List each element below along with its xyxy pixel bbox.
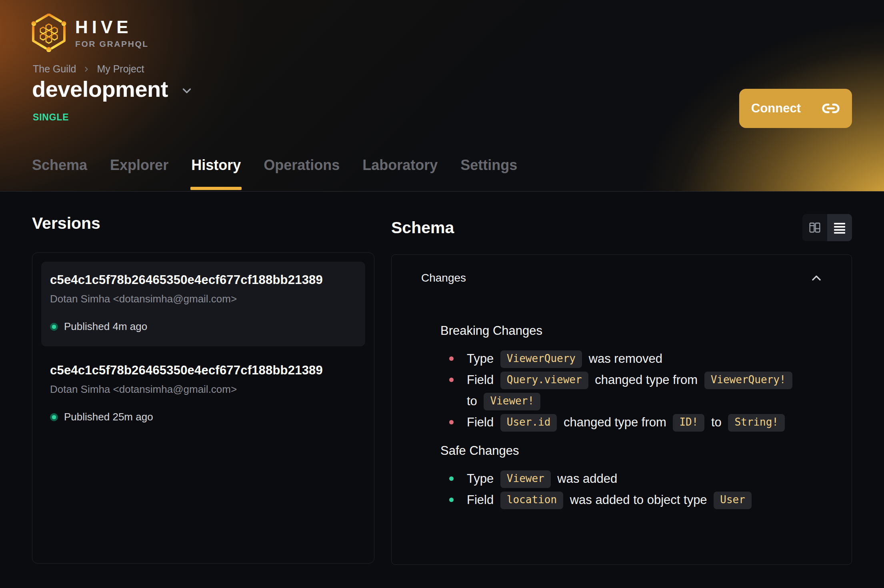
safe-change-list: Type Viewer was addedField location was … (440, 468, 820, 510)
list-view-button[interactable] (827, 214, 852, 241)
list-lines-icon (834, 222, 846, 234)
breadcrumb-project[interactable]: My Project (97, 63, 144, 75)
version-status-text: Published 25m ago (64, 411, 153, 423)
bullet-dot (449, 356, 454, 361)
tab-history[interactable]: History (191, 156, 241, 191)
connect-button-label: Connect (751, 101, 801, 116)
tabs: SchemaExplorerHistoryOperationsLaborator… (32, 156, 517, 191)
version-author: Dotan Simha <dotansimha@gmail.com> (50, 383, 356, 396)
version-status-text: Published 4m ago (64, 320, 147, 333)
versions-heading: Versions (32, 214, 374, 232)
schema-panel: Schema (391, 214, 852, 565)
changes-body: Breaking ChangesType ViewerQuery was rem… (421, 323, 824, 510)
versions-panel: Versions c5e4c1c5f78b26465350e4ecf677cf1… (32, 214, 374, 565)
change-text: changed type from (560, 415, 670, 429)
site-header: HIVE FOR GRAPHQL The Guild My Project de… (0, 0, 884, 192)
chevron-right-icon (82, 65, 90, 73)
change-item: Field User.id changed type from ID! to S… (440, 412, 820, 433)
breadcrumb-organization[interactable]: The Guild (33, 63, 76, 75)
code-chip: String! (728, 414, 785, 432)
connect-button[interactable]: Connect (739, 89, 852, 128)
change-section-title: Breaking Changes (440, 323, 820, 338)
change-text: was added to object type (566, 493, 710, 507)
brand-text: HIVE FOR GRAPHQL (75, 14, 149, 49)
change-text: was removed (585, 352, 662, 366)
target-mode-badge: SINGLE (33, 112, 69, 123)
hive-logo[interactable]: HIVE FOR GRAPHQL (31, 14, 149, 52)
schema-panel-head: Schema (391, 214, 852, 241)
brand-name: HIVE (75, 18, 149, 36)
change-text: to (708, 415, 725, 429)
changes-header[interactable]: Changes (421, 271, 824, 285)
code-chip: Viewer (500, 470, 551, 488)
target-title-row: development (32, 77, 194, 102)
versions-list: c5e4c1c5f78b26465350e4ecf677cf188bb21389… (32, 252, 374, 564)
chevron-up-icon (809, 271, 824, 285)
code-chip: location (500, 492, 563, 509)
code-chip: Query.viewer (500, 372, 588, 389)
tab-laboratory[interactable]: Laboratory (362, 156, 438, 191)
bullet-dot (449, 420, 454, 424)
target-selector-button[interactable] (180, 84, 194, 98)
change-text: Type (467, 472, 497, 486)
change-text: was added (554, 472, 618, 486)
change-item: Type ViewerQuery was removed (440, 348, 820, 369)
change-text: to (467, 394, 480, 408)
tab-settings[interactable]: Settings (460, 156, 517, 191)
schema-heading: Schema (391, 218, 454, 237)
code-chip: User.id (500, 414, 557, 432)
change-text: Field (467, 373, 497, 387)
link-icon (822, 99, 840, 118)
chevron-down-icon (180, 84, 194, 98)
version-hash: c5e4c1c5f78b26465350e4ecf677cf188bb21389 (50, 363, 356, 378)
change-item: Type Viewer was added (440, 468, 820, 489)
version-item[interactable]: c5e4c1c5f78b26465350e4ecf677cf188bb21389… (41, 262, 365, 346)
change-section-title: Safe Changes (440, 443, 820, 458)
collapse-changes-button[interactable] (809, 271, 824, 285)
page-title: development (32, 77, 168, 102)
split-view-button[interactable] (802, 214, 827, 241)
green-dot-icon (50, 323, 58, 331)
hive-hexagon-logo-icon (31, 14, 66, 52)
change-text: Field (467, 493, 497, 507)
code-chip: ViewerQuery! (704, 372, 792, 389)
tab-schema[interactable]: Schema (32, 156, 87, 191)
changes-title: Changes (421, 271, 466, 285)
change-text: changed type from (592, 373, 701, 387)
code-chip: ViewerQuery (500, 350, 582, 368)
main-content: Versions c5e4c1c5f78b26465350e4ecf677cf1… (0, 192, 884, 565)
change-item: Field location was added to object type … (440, 489, 820, 510)
green-dot-icon (50, 413, 58, 421)
change-item: Field Query.viewer changed type from Vie… (440, 369, 820, 412)
code-chip: User (714, 492, 752, 509)
brand-tagline: FOR GRAPHQL (75, 39, 149, 49)
change-text: Field (467, 415, 497, 429)
breaking-change-list: Type ViewerQuery was removedField Query.… (440, 348, 820, 433)
bullet-dot (449, 498, 454, 502)
version-status: Published 25m ago (50, 411, 356, 423)
breadcrumb: The Guild My Project (33, 63, 144, 75)
changes-panel: Changes Breaking ChangesType ViewerQuery… (391, 254, 852, 565)
split-columns-icon (809, 222, 821, 234)
version-author: Dotan Simha <dotansimha@gmail.com> (50, 293, 356, 305)
schema-view-toggle (802, 214, 852, 241)
code-chip: Viewer! (484, 393, 540, 410)
tab-explorer[interactable]: Explorer (110, 156, 168, 191)
change-fragment: to Viewer! (467, 394, 544, 408)
version-status: Published 4m ago (50, 320, 356, 333)
tab-operations[interactable]: Operations (264, 156, 340, 191)
change-text: Type (467, 352, 497, 366)
bullet-dot (449, 378, 454, 382)
version-hash: c5e4c1c5f78b26465350e4ecf677cf188bb21389 (50, 273, 356, 287)
code-chip: ID! (673, 414, 704, 432)
version-item[interactable]: c5e4c1c5f78b26465350e4ecf677cf188bb21389… (41, 352, 365, 437)
bullet-dot (449, 476, 454, 481)
